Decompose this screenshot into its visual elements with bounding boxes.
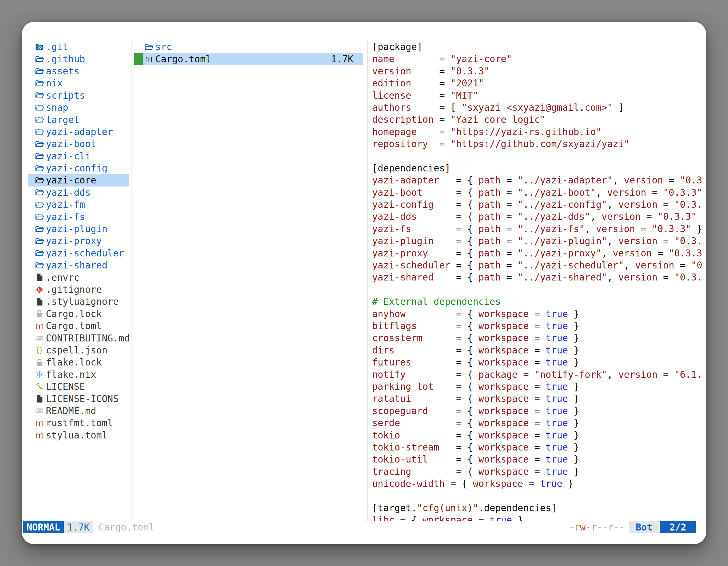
sidebar-item-label: .git bbox=[46, 41, 68, 52]
sidebar-item-cspell.json[interactable]: {}cspell.json bbox=[28, 344, 129, 356]
preview-line: authors = [ "sxyazi <sxyazi@gmail.com>" … bbox=[372, 102, 702, 114]
sidebar-item-label: .gitignore bbox=[46, 284, 102, 295]
sidebar-item-label: CONTRIBUTING.md bbox=[46, 333, 130, 344]
sidebar-item-Cargo.lock[interactable]: Cargo.lock bbox=[28, 308, 129, 320]
sidebar-item-assets[interactable]: assets bbox=[28, 65, 129, 77]
folder-open-icon bbox=[35, 237, 44, 246]
preview-line: yazi-boot = { path = "../yazi-boot", ver… bbox=[372, 187, 702, 199]
cursor-page-indicator: 2/2 bbox=[660, 521, 696, 533]
markdown-icon bbox=[35, 406, 44, 415]
svg-text:[T]: [T] bbox=[36, 432, 43, 439]
folder-open-icon bbox=[35, 115, 44, 124]
sidebar-item-yazi-fs[interactable]: yazi-fs bbox=[28, 211, 129, 223]
sidebar-item-yazi-shared[interactable]: yazi-shared bbox=[28, 259, 129, 271]
sidebar-item-label: snap bbox=[46, 102, 68, 113]
toml-icon: [T] bbox=[144, 55, 153, 64]
file-icon bbox=[35, 394, 44, 403]
sidebar-item-label: yazi-cli bbox=[46, 151, 91, 162]
sidebar-item-yazi-plugin[interactable]: yazi-plugin bbox=[28, 223, 129, 235]
sidebar-item-label: .styluaignore bbox=[46, 296, 119, 307]
sidebar-item-flake.lock[interactable]: flake.lock bbox=[28, 356, 129, 368]
preview-line: parking_lot = { workspace = true } bbox=[372, 380, 702, 393]
folder-open-icon bbox=[35, 188, 44, 197]
folder-open-icon bbox=[35, 225, 44, 234]
sidebar-item-yazi-dds[interactable]: yazi-dds bbox=[28, 187, 129, 199]
preview-line: yazi-plugin = { path = "../yazi-plugin",… bbox=[372, 235, 702, 247]
sidebar-item-label: LICENSE bbox=[46, 381, 85, 392]
preview-line: homepage = "https://yazi-rs.github.io" bbox=[372, 126, 702, 138]
preview-line: yazi-config = { path = "../yazi-config",… bbox=[372, 199, 702, 211]
svg-text:[T]: [T] bbox=[36, 323, 43, 330]
key-icon bbox=[35, 382, 44, 391]
preview-line: yazi-dds = { path = "../yazi-dds", versi… bbox=[372, 211, 702, 223]
cursor-bar bbox=[134, 53, 143, 65]
yazi-window: .git.githubassetsnixscriptssnaptargetyaz… bbox=[22, 22, 706, 544]
preview-line: tokio-stream = { workspace = true } bbox=[372, 441, 702, 453]
sidebar-item-label: Cargo.lock bbox=[46, 308, 102, 319]
status-right-group: -rw-r--r-- Bot 2/2 bbox=[569, 521, 696, 533]
sidebar-item-label: .envrc bbox=[46, 272, 79, 283]
preview-line: # External dependencies bbox=[372, 295, 702, 307]
sidebar-item-yazi-proxy[interactable]: yazi-proxy bbox=[28, 235, 129, 247]
file-row-label: src bbox=[155, 41, 172, 52]
sidebar-item-LICENSE[interactable]: LICENSE bbox=[28, 380, 129, 393]
sidebar-item-label: flake.nix bbox=[46, 369, 96, 380]
preview-line: serde = { workspace = true } bbox=[372, 417, 702, 429]
preview-line: yazi-proxy = { path = "../yazi-proxy", v… bbox=[372, 247, 702, 259]
mode-indicator: NORMAL bbox=[23, 521, 64, 533]
sidebar-item-nix[interactable]: nix bbox=[28, 77, 129, 89]
file-row-Cargo.toml[interactable]: [T]Cargo.toml1.7K bbox=[134, 53, 363, 65]
json-icon: {} bbox=[35, 346, 44, 354]
preview-line: yazi-fs = { path = "../yazi-fs", version… bbox=[372, 223, 702, 235]
sidebar-item-rustfmt.toml[interactable]: [T]rustfmt.toml bbox=[28, 417, 129, 429]
preview-line: tracing = { workspace = true } bbox=[372, 466, 702, 478]
lock-icon bbox=[35, 309, 44, 318]
sidebar-item-yazi-core[interactable]: yazi-core bbox=[28, 174, 129, 186]
sidebar-item-label: yazi-core bbox=[46, 175, 96, 186]
file-row-src[interactable]: src bbox=[134, 41, 363, 53]
markdown-icon bbox=[35, 333, 44, 342]
sidebar-item-.styluaignore[interactable]: .styluaignore bbox=[28, 295, 129, 307]
sidebar-item-label: assets bbox=[46, 66, 79, 77]
current-directory-pane: src[T]Cargo.toml1.7K bbox=[132, 41, 368, 521]
sidebar-item-stylua.toml[interactable]: [T]stylua.toml bbox=[28, 429, 129, 441]
sidebar-item-target[interactable]: target bbox=[28, 114, 129, 126]
sidebar-item-.envrc[interactable]: .envrc bbox=[28, 271, 129, 283]
preview-line: name = "yazi-core" bbox=[372, 53, 702, 65]
file-size-indicator: 1.7K bbox=[64, 521, 93, 533]
permissions-indicator: -rw-r--r-- bbox=[569, 522, 625, 533]
folder-open-icon bbox=[35, 127, 44, 136]
sidebar-item-yazi-scheduler[interactable]: yazi-scheduler bbox=[28, 247, 129, 259]
sidebar-item-.gitignore[interactable]: .gitignore bbox=[28, 283, 129, 295]
sidebar-item-LICENSE-ICONS[interactable]: LICENSE-ICONS bbox=[28, 393, 129, 405]
folder-open-icon bbox=[35, 164, 44, 173]
preview-line: yazi-adapter = { path = "../yazi-adapter… bbox=[372, 174, 702, 186]
sidebar-item-yazi-boot[interactable]: yazi-boot bbox=[28, 138, 129, 150]
sidebar-item-README.md[interactable]: README.md bbox=[28, 405, 129, 417]
sidebar-item-snap[interactable]: snap bbox=[28, 102, 129, 114]
sidebar-item-Cargo.toml[interactable]: [T]Cargo.toml bbox=[28, 320, 129, 332]
svg-text:[T]: [T] bbox=[145, 56, 153, 63]
file-row-size: 1.7K bbox=[331, 54, 363, 65]
sidebar-item-CONTRIBUTING.md[interactable]: CONTRIBUTING.md bbox=[28, 332, 129, 344]
sidebar-item-label: rustfmt.toml bbox=[46, 417, 113, 428]
folder-open-icon bbox=[35, 103, 44, 112]
sidebar-item-.git[interactable]: .git bbox=[28, 41, 129, 53]
sidebar-item-scripts[interactable]: scripts bbox=[28, 90, 129, 102]
preview-line: [dependencies] bbox=[372, 162, 702, 174]
parent-directory-pane: .git.githubassetsnixscriptssnaptargetyaz… bbox=[22, 41, 132, 521]
sidebar-item-flake.nix[interactable]: flake.nix bbox=[28, 368, 129, 380]
preview-line: futures = { workspace = true } bbox=[372, 356, 702, 368]
file-row-label: Cargo.toml bbox=[155, 54, 211, 65]
folder-open-icon bbox=[35, 79, 44, 88]
sidebar-item-yazi-fm[interactable]: yazi-fm bbox=[28, 199, 129, 211]
preview-line: bitflags = { workspace = true } bbox=[372, 320, 702, 332]
sidebar-item-label: yazi-fs bbox=[46, 212, 85, 222]
folder-open-icon bbox=[35, 249, 44, 258]
sidebar-item-yazi-adapter[interactable]: yazi-adapter bbox=[28, 126, 129, 138]
sidebar-item-label: yazi-config bbox=[46, 163, 107, 174]
sidebar-item-yazi-cli[interactable]: yazi-cli bbox=[28, 150, 129, 162]
sidebar-item-yazi-config[interactable]: yazi-config bbox=[28, 162, 129, 174]
sidebar-item-.github[interactable]: .github bbox=[28, 53, 129, 65]
sidebar-item-label: yazi-shared bbox=[46, 260, 107, 271]
